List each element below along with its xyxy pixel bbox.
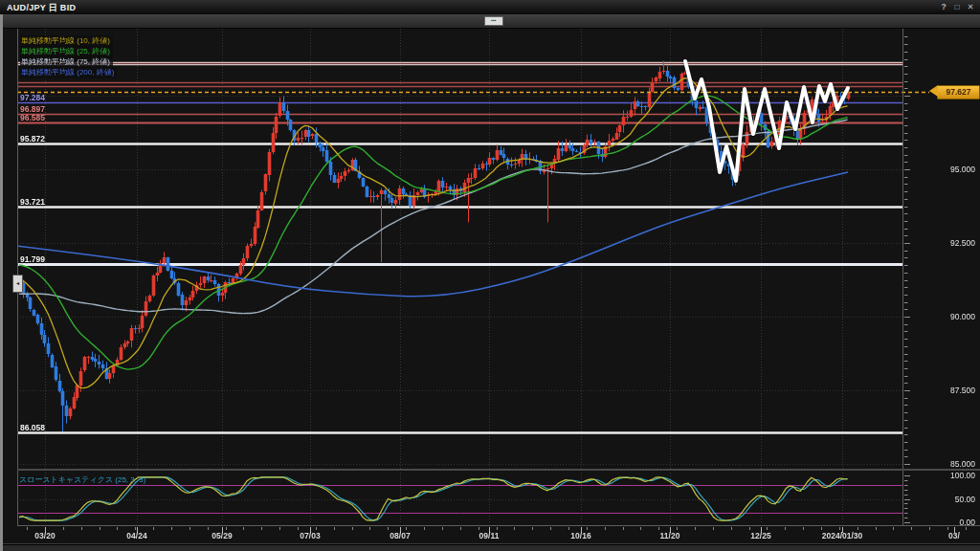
close-button[interactable]: ✕	[965, 2, 976, 12]
price-level-label: 97.284	[20, 93, 45, 102]
price-axis-divider[interactable]	[902, 28, 903, 526]
price-level-label: 91.799	[20, 254, 45, 264]
left-window-frame	[0, 14, 3, 551]
date-axis-label: 10/16	[552, 531, 610, 540]
maximize-button[interactable]: □	[951, 2, 963, 12]
y-axis-label: 95.000	[904, 165, 975, 174]
date-axis-label: 05/29	[193, 531, 251, 540]
date-axis-label: 12/25	[732, 531, 790, 540]
date-axis-label: 09/11	[460, 531, 518, 540]
y-axis-label: 85.000	[904, 459, 975, 469]
price-level-label: 95.872	[20, 134, 45, 143]
price-level-label: 96.585	[20, 113, 45, 122]
stoch-axis-label: 100.00	[904, 471, 975, 480]
price-level-label: 86.058	[20, 423, 45, 432]
price-level-label: 96.897	[20, 104, 45, 114]
date-axis-label: 03/20	[16, 531, 74, 540]
legend-ma200[interactable]: 単純移動平均線 (200, 終値)	[20, 67, 117, 78]
y-axis-label: 90.000	[904, 312, 975, 321]
date-axis-label: 04/24	[108, 531, 166, 540]
date-axis-label: 08/07	[371, 531, 429, 540]
y-axis-label: 92.500	[904, 238, 975, 248]
title-bar[interactable]: AUD/JPY 日 BID ? □ ✕	[0, 0, 980, 15]
stoch-axis-label: 0.00	[904, 518, 975, 527]
date-axis-label: 11/20	[641, 531, 699, 540]
toolbar-strip: ▪▪▪	[0, 14, 980, 29]
stochastic-legend[interactable]: スローストキャスティクス (25, 3, 3)	[19, 474, 145, 485]
chart-title: AUD/JPY 日 BID	[7, 2, 76, 14]
stoch-axis-label: 50.00	[904, 495, 975, 504]
date-axis-label: 07/03	[281, 531, 339, 540]
window-bottom-strip	[0, 544, 980, 551]
y-axis-label: 87.500	[904, 386, 975, 395]
date-axis-label: 03/	[925, 531, 980, 540]
panel-collapse-handle[interactable]: ▪▪▪	[484, 16, 503, 26]
sidebar-expander-button[interactable]: ◂	[12, 275, 23, 293]
help-button[interactable]: ?	[938, 2, 949, 12]
date-axis-label: 2024/01/30	[813, 531, 871, 540]
current-price-tag: 97.627	[937, 85, 980, 99]
trading-chart-window: AUD/JPY 日 BID ? □ ✕ ▪▪▪ ◂ 単純移動平均線 (10, 終…	[0, 0, 980, 551]
panel-splitter[interactable]	[17, 469, 980, 471]
stoch-frame-bottom	[17, 525, 980, 526]
price-level-label: 93.721	[20, 197, 45, 207]
